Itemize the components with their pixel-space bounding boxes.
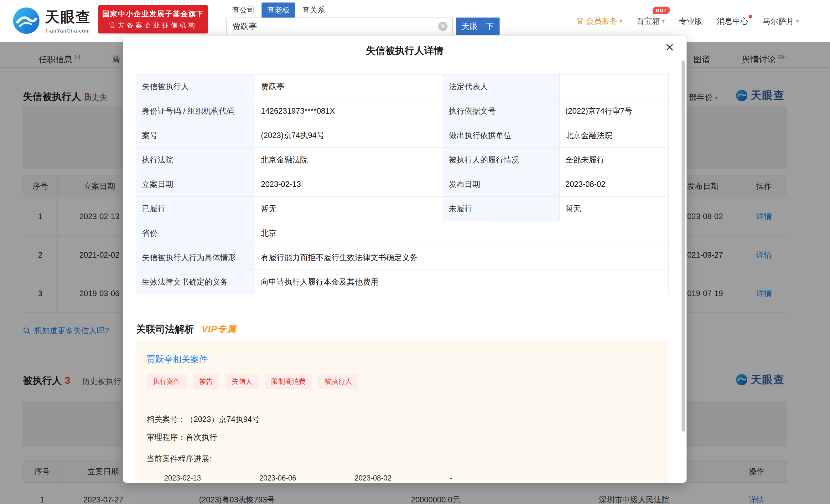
modal-title: 失信被执行人详情 bbox=[123, 44, 687, 57]
trial-procedure: 审理程序：首次执行 bbox=[147, 432, 658, 442]
nav-message-center[interactable]: 消息中心 bbox=[717, 16, 748, 26]
detail-label: 省份 bbox=[136, 221, 255, 245]
nav-toolbox-label: 百宝箱 bbox=[636, 16, 660, 26]
related-cases-link[interactable]: 贾跃亭相关案件 bbox=[147, 354, 208, 365]
search-input-wrap: × bbox=[226, 18, 453, 35]
detail-value: 有履行能力而拒不履行生效法律文书确定义务 bbox=[255, 245, 669, 270]
timeline-date: 2023-02-13 bbox=[164, 474, 259, 482]
nav-pro-label: 专业版 bbox=[679, 16, 703, 26]
detail-label: 立案日期 bbox=[136, 172, 255, 197]
analysis-card: 贾跃亭相关案件 执行案件 被告 失信人 限制高消费 被执行人 相关案号：（202… bbox=[136, 340, 668, 483]
chevron-down-icon: ▾ bbox=[662, 18, 665, 24]
related-case-no: 相关案号：（2023）京74执94号 bbox=[147, 414, 658, 425]
nav-pro-version[interactable]: 专业版 bbox=[679, 16, 703, 26]
detail-table: 失信被执行人 贾跃亭 法定代表人 - 身份证号码 / 组织机构代码 142623… bbox=[136, 74, 669, 294]
detail-label: 未履行 bbox=[443, 197, 560, 221]
detail-label: 执行法院 bbox=[136, 148, 255, 172]
tab-search-company[interactable]: 查公司 bbox=[226, 2, 260, 18]
case-tag-row: 执行案件 被告 失信人 限制高消费 被执行人 bbox=[147, 374, 658, 389]
detail-label: 失信被执行人 bbox=[136, 74, 255, 99]
page: 天眼查 TianYanCha.com 国家中小企业发展子基金旗下 官方备案企业征… bbox=[0, 0, 830, 504]
detail-row: 执行法院 北京金融法院 被执行人的履行情况 全部未履行 bbox=[136, 148, 669, 172]
case-tag[interactable]: 被告 bbox=[193, 374, 219, 389]
modal-scrollbar[interactable] bbox=[681, 60, 685, 432]
logo-text: 天眼查 TianYanCha.com bbox=[45, 7, 91, 34]
detail-label: 已履行 bbox=[136, 197, 255, 221]
detail-row: 省份 北京 bbox=[136, 221, 669, 245]
detail-value: 2023-02-13 bbox=[255, 172, 443, 197]
case-progress-label: 当前案件程序进展: bbox=[147, 453, 658, 464]
chevron-down-icon: ▾ bbox=[796, 18, 799, 24]
search-input[interactable] bbox=[226, 18, 453, 35]
detail-value: 北京金融法院 bbox=[255, 148, 443, 172]
detail-value: - bbox=[560, 74, 669, 99]
username: 马尔萨月 bbox=[763, 16, 794, 26]
search-button[interactable]: 天眼一下 bbox=[456, 18, 500, 35]
trial-procedure-label: 审理程序： bbox=[147, 433, 186, 441]
nav-toolbox[interactable]: HOT 百宝箱 ▾ bbox=[636, 16, 665, 26]
detail-value: 暂无 bbox=[560, 197, 669, 221]
related-case-no-value: （2023）京74执94号 bbox=[186, 415, 260, 424]
detail-label: 做出执行依据单位 bbox=[443, 123, 560, 148]
detail-row: 生效法律文书确定的义务 向申请执行人履行本金及其他费用 bbox=[136, 270, 669, 294]
gov-badge-line2: 官方备案企业征信机构 bbox=[109, 21, 197, 30]
nav-user-menu[interactable]: 马尔萨月 ▾ bbox=[763, 16, 799, 26]
case-tag[interactable]: 限制高消费 bbox=[265, 374, 312, 389]
case-tag[interactable]: 执行案件 bbox=[147, 374, 187, 389]
notification-dot bbox=[748, 15, 752, 18]
close-icon[interactable]: × bbox=[665, 40, 674, 55]
detail-value: 向申请执行人履行本金及其他费用 bbox=[255, 270, 669, 294]
detail-row: 案号 (2023)京74执94号 做出执行依据单位 北京金融法院 bbox=[136, 123, 669, 148]
timeline-date: 2023-06-06 bbox=[259, 474, 355, 482]
detail-value: (2022)京74行审7号 bbox=[560, 99, 669, 123]
tab-search-relation[interactable]: 查关系 bbox=[297, 2, 330, 18]
detail-label: 身份证号码 / 组织机构代码 bbox=[136, 99, 255, 123]
crown-icon: ♛ bbox=[576, 16, 584, 26]
case-timeline: 2023-02-13 2023-06-06 2023-08-02 - bbox=[147, 474, 658, 482]
detail-row: 立案日期 2023-02-13 发布日期 2023-08-02 bbox=[136, 172, 669, 197]
detail-label: 法定代表人 bbox=[443, 74, 560, 99]
tab-search-boss[interactable]: 查老板 bbox=[261, 2, 295, 18]
nav-messages-label: 消息中心 bbox=[717, 16, 748, 26]
nav-member-label: 会员服务 bbox=[586, 16, 617, 26]
trial-procedure-value: 首次执行 bbox=[186, 433, 217, 441]
detail-row: 失信被执行人 贾跃亭 法定代表人 - bbox=[136, 74, 669, 99]
detail-value: 北京金融法院 bbox=[560, 123, 669, 148]
timeline-date: - bbox=[450, 474, 545, 482]
detail-value: (2023)京74执94号 bbox=[255, 123, 443, 148]
detail-value: 全部未履行 bbox=[560, 148, 669, 172]
analysis-section-header: 关联司法解析 VIP专属 bbox=[136, 323, 236, 336]
tianyancha-logo[interactable]: 天眼查 TianYanCha.com bbox=[12, 7, 91, 34]
detail-label: 被执行人的履行情况 bbox=[443, 148, 560, 172]
analysis-title: 关联司法解析 bbox=[136, 323, 194, 336]
case-tag[interactable]: 被执行人 bbox=[318, 374, 358, 389]
detail-value: 暂无 bbox=[255, 197, 443, 221]
logo-text-cn: 天眼查 bbox=[45, 7, 91, 27]
detail-value: 1426231973****081X bbox=[255, 99, 443, 123]
search-area: 查公司 查老板 查关系 × 天眼一下 bbox=[226, 2, 500, 35]
detail-row: 已履行 暂无 未履行 暂无 bbox=[136, 197, 669, 221]
vip-badge: VIP专属 bbox=[202, 323, 236, 336]
detail-label: 失信被执行人行为具体情形 bbox=[136, 245, 255, 270]
related-case-no-label: 相关案号： bbox=[147, 415, 186, 424]
detail-value: 2023-08-02 bbox=[560, 172, 669, 197]
tianyancha-logo-icon bbox=[12, 7, 40, 34]
search-tabs: 查公司 查老板 查关系 bbox=[226, 2, 500, 18]
detail-value: 北京 bbox=[255, 221, 669, 245]
timeline-date: 2023-08-02 bbox=[355, 474, 450, 482]
detail-label: 生效法律文书确定的义务 bbox=[136, 270, 255, 294]
logo-text-en: TianYanCha.com bbox=[45, 28, 91, 34]
dishonest-detail-modal: 失信被执行人详情 × 失信被执行人 贾跃亭 法定代表人 - 身份证号码 / 组织… bbox=[123, 36, 687, 483]
gov-certification-badge: 国家中小企业发展子基金旗下 官方备案企业征信机构 bbox=[98, 5, 208, 33]
detail-value: 贾跃亭 bbox=[255, 74, 443, 99]
detail-label: 发布日期 bbox=[443, 172, 560, 197]
detail-label: 执行依据文号 bbox=[443, 99, 560, 123]
detail-label: 案号 bbox=[136, 123, 255, 148]
clear-search-icon[interactable]: × bbox=[438, 22, 448, 31]
hot-badge: HOT bbox=[653, 7, 670, 14]
nav-member-services[interactable]: ♛ 会员服务 ▾ bbox=[576, 16, 622, 26]
detail-row: 身份证号码 / 组织机构代码 1426231973****081X 执行依据文号… bbox=[136, 99, 669, 123]
detail-row: 失信被执行人行为具体情形 有履行能力而拒不履行生效法律文书确定义务 bbox=[136, 245, 669, 270]
chevron-down-icon: ▾ bbox=[619, 18, 622, 24]
case-tag[interactable]: 失信人 bbox=[225, 374, 259, 389]
